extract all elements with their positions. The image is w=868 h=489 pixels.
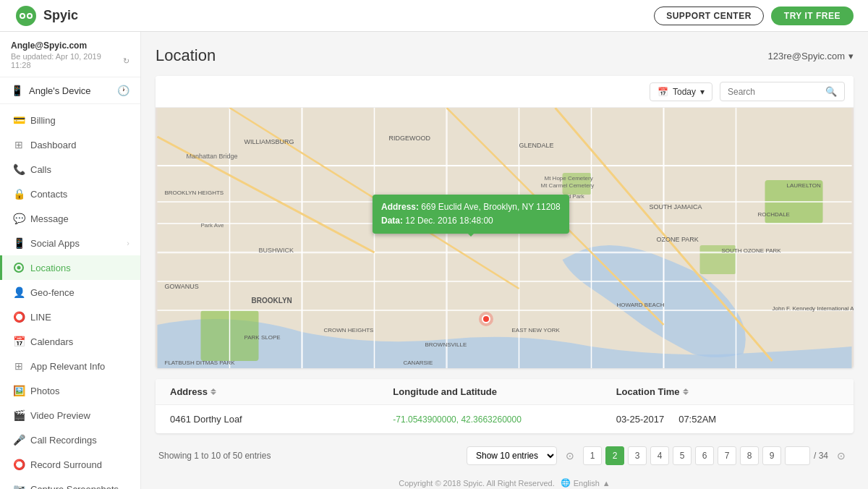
layout: Angle@Spyic.com Be updated: Apr 10, 2019… (0, 32, 868, 489)
svg-text:CROWN HEIGHTS: CROWN HEIGHTS (324, 327, 374, 333)
sidebar-item-message[interactable]: 💬 Message (0, 206, 140, 231)
page-btn-7[interactable]: 7 (718, 446, 736, 465)
svg-text:Manhattan Bridge: Manhattan Bridge (187, 153, 238, 160)
page-size-select[interactable]: Show 10 entries Show 25 entries Show 50 … (467, 446, 557, 465)
header-buttons: SUPPORT CENTER TRY IT FREE (654, 7, 854, 25)
locations-icon (13, 262, 25, 273)
sidebar-item-calendars-label: Calendars (30, 336, 73, 347)
svg-text:CANARSIE: CANARSIE (404, 360, 433, 366)
sidebar-item-social-apps[interactable]: 📱 Social Apps › (0, 231, 140, 255)
sidebar-item-app-relevant[interactable]: ⊞ App Relevant Info (0, 354, 140, 378)
row-coords: -71.0543900000, 42.3663260000 (393, 414, 616, 425)
sidebar-item-photos[interactable]: 🖼️ Photos (0, 378, 140, 403)
row-date: 03-25-2017 (616, 414, 665, 425)
chevron-down-icon: ▾ (848, 51, 854, 61)
row-address: 0461 Dorthy Loaf (170, 414, 393, 425)
svg-text:PARK SLOPE: PARK SLOPE (244, 334, 281, 341)
page-btn-8[interactable]: 8 (740, 446, 759, 465)
page-total: / 34 (814, 451, 828, 461)
sidebar-item-capture-screenshots-label: Capture Screenshots (30, 484, 119, 490)
sidebar-item-dashboard[interactable]: ⊞ Dashboard (0, 132, 140, 157)
capture-screenshots-icon: 📷 (13, 483, 25, 489)
device-row[interactable]: 📱 Angle's Device 🕐 (0, 77, 140, 104)
page-title: Location (156, 46, 216, 65)
video-preview-icon: 🎬 (13, 409, 25, 421)
calendars-icon: 📅 (13, 336, 25, 347)
page-jump-input[interactable] (785, 446, 810, 465)
sidebar-item-calendars[interactable]: 📅 Calendars (0, 329, 140, 354)
page-btn-2[interactable]: 2 (605, 446, 624, 465)
sidebar-item-locations[interactable]: Locations (0, 255, 140, 280)
svg-text:FLATBUSH DITMAS PARK: FLATBUSH DITMAS PARK (165, 360, 236, 366)
sidebar-item-capture-screenshots[interactable]: 📷 Capture Screenshots (0, 477, 140, 489)
sidebar-item-calls-label: Calls (30, 164, 51, 175)
map-pin[interactable] (477, 310, 495, 328)
next-page-button[interactable]: ⊙ (832, 446, 851, 465)
logo: Spyic (14, 4, 78, 27)
flag-icon: 🌐 (561, 478, 571, 488)
page-btn-3[interactable]: 3 (628, 446, 647, 465)
map-svg: Manhattan Bridge WILLIAMSBURG RIDGEWOOD … (156, 108, 854, 368)
sidebar-item-geo-fence[interactable]: 👤 Geo-fence (0, 280, 140, 305)
sidebar-item-photos-label: Photos (30, 386, 59, 396)
page-btn-4[interactable]: 4 (650, 446, 669, 465)
svg-text:EAST NEW YORK: EAST NEW YORK (512, 327, 561, 333)
sort-time-icon[interactable] (683, 388, 689, 395)
page-btn-9[interactable]: 9 (762, 446, 781, 465)
pagination-row: Showing 1 to 10 of 50 entries Show 10 en… (156, 441, 854, 471)
sidebar-item-contacts[interactable]: 🔒 Contacts (0, 182, 140, 206)
map-toolbar: 📅 Today ▾ 🔍 (156, 76, 854, 108)
map-area[interactable]: Manhattan Bridge WILLIAMSBURG RIDGEWOOD … (156, 108, 854, 368)
sidebar-item-message-label: Message (30, 213, 69, 224)
record-surround-icon: ⭕ (13, 459, 25, 470)
page-btn-5[interactable]: 5 (673, 446, 692, 465)
sidebar-item-billing[interactable]: 💳 Billing (0, 108, 140, 132)
dashboard-icon: ⊞ (13, 139, 25, 150)
sidebar-item-video-preview[interactable]: 🎬 Video Preview (0, 403, 140, 428)
device-name: Angle's Device (29, 85, 91, 96)
support-center-button[interactable]: SUPPORT CENTER (654, 7, 764, 25)
tooltip-date: Data: 12 Dec. 2016 18:48:00 (381, 214, 561, 228)
svg-text:GOWANUS: GOWANUS (165, 283, 199, 290)
map-tooltip: Address: 669 Euclid Ave, Brooklyn, NY 11… (373, 195, 569, 234)
sidebar-nav: 💳 Billing ⊞ Dashboard 📞 Calls 🔒 (0, 104, 140, 489)
line-icon: ⭕ (13, 311, 25, 323)
search-icon: 🔍 (825, 86, 837, 97)
sidebar-item-dashboard-label: Dashboard (30, 140, 77, 150)
table-row: 0461 Dorthy Loaf -71.0543900000, 42.3663… (156, 405, 854, 433)
col-coords: Longitude and Latitude (393, 386, 616, 397)
app-relevant-icon: ⊞ (13, 360, 25, 372)
lang-chevron-icon: ▲ (603, 479, 610, 488)
sidebar-item-record-surround[interactable]: ⭕ Record Surround (0, 452, 140, 477)
sidebar-item-line[interactable]: ⭕ LINE (0, 305, 140, 329)
page-btn-6[interactable]: 6 (695, 446, 714, 465)
svg-text:John F. Kennedy International : John F. Kennedy International Airport (773, 305, 854, 312)
page-btn-1[interactable]: 1 (583, 446, 602, 465)
svg-point-4 (28, 14, 31, 17)
logo-text: Spyic (43, 8, 78, 23)
try-free-button[interactable]: TRY IT FREE (771, 7, 854, 25)
account-email: 123re@Spyic.com (768, 51, 845, 61)
svg-point-56 (482, 315, 490, 323)
language-label: English (574, 479, 600, 488)
prev-page-button[interactable]: ⊙ (561, 446, 579, 465)
sidebar-item-record-surround-label: Record Surround (30, 459, 102, 470)
refresh-icon[interactable]: ↻ (123, 56, 129, 66)
sidebar-item-call-recordings[interactable]: 🎤 Call Recordings (0, 428, 140, 452)
calendar-icon: 📅 (658, 87, 668, 97)
sidebar: Angle@Spyic.com Be updated: Apr 10, 2019… (0, 32, 141, 489)
sort-address-icon[interactable] (210, 388, 216, 395)
device-icon: 📱 (11, 85, 23, 96)
photos-icon: 🖼️ (13, 385, 25, 396)
col-time: Location Time (616, 386, 839, 397)
sidebar-email: Angle@Spyic.com (11, 41, 129, 51)
billing-icon: 💳 (13, 114, 25, 126)
date-filter[interactable]: 📅 Today ▾ (650, 82, 712, 101)
account-switcher[interactable]: 123re@Spyic.com ▾ (768, 51, 854, 61)
language-selector[interactable]: 🌐 English ▲ (561, 478, 610, 488)
svg-point-0 (16, 6, 36, 26)
footer: Copyright © 2018 Spyic. All Right Reserv… (156, 471, 854, 489)
sidebar-item-call-recordings-label: Call Recordings (30, 435, 97, 446)
search-input[interactable] (728, 87, 822, 97)
sidebar-item-calls[interactable]: 📞 Calls (0, 157, 140, 182)
